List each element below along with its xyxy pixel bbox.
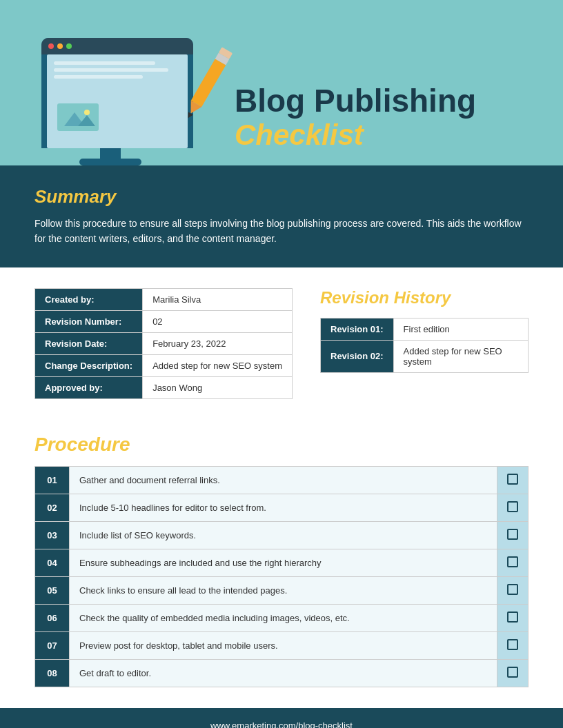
- meta-row: Revision Number:02: [35, 310, 293, 332]
- meta-label: Change Description:: [35, 354, 143, 376]
- procedure-step-row: 05 Check links to ensure all lead to the…: [35, 576, 529, 604]
- step-number: 05: [35, 576, 70, 604]
- procedure-table: 01 Gather and document referral links. 0…: [34, 466, 529, 687]
- step-description: Gather and document referral links.: [70, 466, 497, 494]
- step-checkbox[interactable]: [507, 584, 518, 595]
- meta-value: 02: [143, 310, 293, 332]
- procedure-step-row: 04 Ensure subheadings are included and u…: [35, 549, 529, 576]
- procedure-step-row: 07 Preview post for desktop, tablet and …: [35, 631, 529, 659]
- step-number: 04: [35, 549, 70, 576]
- meta-value: Marilia Silva: [143, 288, 293, 310]
- meta-value: February 23, 2022: [143, 332, 293, 354]
- meta-section: Created by:Marilia SilvaRevision Number:…: [0, 267, 563, 420]
- meta-label: Revision Number:: [35, 310, 143, 332]
- meta-value: Added step for new SEO system: [143, 354, 293, 376]
- step-checkbox-cell[interactable]: [497, 466, 529, 494]
- step-description: Check links to ensure all lead to the in…: [70, 576, 497, 604]
- monitor-icon: [41, 38, 193, 148]
- procedure-section: Procedure 01 Gather and document referra…: [0, 420, 563, 708]
- step-number: 03: [35, 521, 70, 549]
- header-section: Blog Publishing Checklist: [0, 0, 563, 165]
- summary-title: Summary: [34, 186, 529, 208]
- meta-row: Revision Date:February 23, 2022: [35, 332, 293, 354]
- header-text: Blog Publishing Checklist: [235, 83, 535, 165]
- step-number: 07: [35, 631, 70, 659]
- meta-table: Created by:Marilia SilvaRevision Number:…: [34, 288, 293, 399]
- step-checkbox-cell[interactable]: [497, 631, 529, 659]
- meta-row: Created by:Marilia Silva: [35, 288, 293, 310]
- step-description: Include list of SEO keywords.: [70, 521, 497, 549]
- step-number: 06: [35, 604, 70, 631]
- step-checkbox-cell[interactable]: [497, 549, 529, 576]
- step-checkbox-cell[interactable]: [497, 521, 529, 549]
- step-checkbox[interactable]: [507, 501, 518, 512]
- footer: www.emarketing.com/blog-checklist: [0, 708, 563, 728]
- step-checkbox[interactable]: [507, 529, 518, 540]
- revision-history: Revision History Revision 01:First editi…: [320, 288, 529, 373]
- procedure-step-row: 08 Get draft to editor.: [35, 659, 529, 687]
- revision-value: First edition: [393, 318, 528, 340]
- meta-label: Approved by:: [35, 376, 143, 398]
- revision-title: Revision History: [320, 288, 529, 307]
- revision-label: Revision 02:: [321, 340, 394, 372]
- step-checkbox[interactable]: [507, 639, 518, 650]
- revision-table: Revision 01:First editionRevision 02:Add…: [320, 318, 529, 373]
- step-checkbox-cell[interactable]: [497, 659, 529, 687]
- revision-row: Revision 02:Added step for new SEO syste…: [321, 340, 529, 372]
- summary-section: Summary Follow this procedure to ensure …: [0, 165, 563, 267]
- step-checkbox-cell[interactable]: [497, 604, 529, 631]
- step-number: 02: [35, 494, 70, 521]
- step-description: Get draft to editor.: [70, 659, 497, 687]
- step-checkbox[interactable]: [507, 474, 518, 485]
- procedure-step-row: 06 Check the quality of embedded media i…: [35, 604, 529, 631]
- header-illustration: [28, 38, 221, 165]
- step-checkbox[interactable]: [507, 611, 518, 623]
- meta-row: Approved by:Jason Wong: [35, 376, 293, 398]
- step-description: Ensure subheadings are included and use …: [70, 549, 497, 576]
- step-description: Check the quality of embedded media incl…: [70, 604, 497, 631]
- meta-value: Jason Wong: [143, 376, 293, 398]
- meta-label: Created by:: [35, 288, 143, 310]
- step-checkbox[interactable]: [507, 667, 518, 678]
- step-checkbox-cell[interactable]: [497, 494, 529, 521]
- revision-value: Added step for new SEO system: [393, 340, 528, 372]
- revision-row: Revision 01:First edition: [321, 318, 529, 340]
- step-number: 01: [35, 466, 70, 494]
- meta-label: Revision Date:: [35, 332, 143, 354]
- page-subtitle: Checklist: [235, 119, 535, 152]
- footer-url: www.emarketing.com/blog-checklist: [210, 720, 353, 728]
- procedure-step-row: 01 Gather and document referral links.: [35, 466, 529, 494]
- page-title: Blog Publishing: [235, 83, 535, 119]
- step-description: Preview post for desktop, tablet and mob…: [70, 631, 497, 659]
- procedure-step-row: 03 Include list of SEO keywords.: [35, 521, 529, 549]
- procedure-title: Procedure: [34, 434, 529, 456]
- meta-row: Change Description:Added step for new SE…: [35, 354, 293, 376]
- svg-point-3: [84, 110, 90, 115]
- step-number: 08: [35, 659, 70, 687]
- procedure-step-row: 02 Include 5-10 headlines for editor to …: [35, 494, 529, 521]
- summary-text: Follow this procedure to ensure all step…: [34, 216, 529, 247]
- step-description: Include 5-10 headlines for editor to sel…: [70, 494, 497, 521]
- step-checkbox[interactable]: [507, 556, 518, 567]
- step-checkbox-cell[interactable]: [497, 576, 529, 604]
- revision-label: Revision 01:: [321, 318, 394, 340]
